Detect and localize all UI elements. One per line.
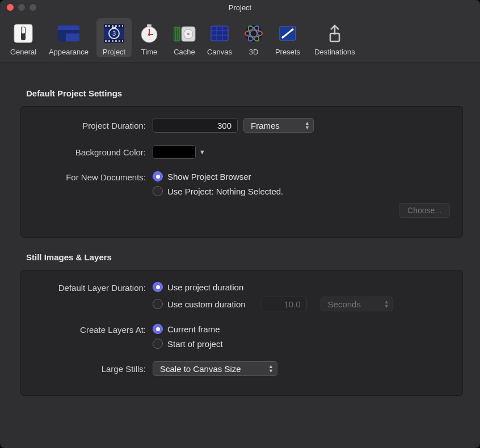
tab-label: Project [103,48,125,56]
tab-label: Presets [275,48,300,56]
window-controls [7,4,36,11]
updown-icon: ▲▼ [305,121,310,130]
destinations-icon [322,20,348,47]
project-duration-label: Project Duration: [33,121,153,130]
svg-rect-23 [112,27,116,28]
create-at-radio-start[interactable]: Start of project [153,339,223,349]
svg-rect-13 [119,25,120,27]
custom-duration-unit-select[interactable]: Seconds ▲▼ [321,297,393,311]
updown-icon: ▲▼ [268,364,273,373]
layer-duration-radio-custom[interactable]: Use custom duration Seconds ▲▼ [153,297,393,311]
newdocs-label: For New Documents: [33,171,153,182]
radio-icon [153,339,163,349]
newdocs-radio-show-browser[interactable]: Show Project Browser [153,171,283,181]
svg-rect-33 [178,28,179,40]
svg-rect-31 [174,28,175,40]
svg-rect-19 [119,40,120,42]
layer-duration-label: Default Layer Duration: [33,282,153,293]
svg-rect-10 [108,25,110,27]
large-stills-label: Large Stills: [33,364,153,374]
radio-label: Use project duration [167,282,243,292]
radio-label: Use custom duration [167,299,246,309]
section-title-stills: Still Images & Layers [26,252,463,262]
newdocs-radio-use-project[interactable]: Use Project: Nothing Selected. [153,186,283,196]
tab-destinations[interactable]: Destinations [305,18,364,57]
radio-label: Show Project Browser [167,172,251,181]
svg-rect-20 [122,40,123,42]
chevron-down-icon[interactable]: ▼ [199,149,205,155]
create-at-radio-current[interactable]: Current frame [153,324,223,334]
bgcolor-well[interactable] [153,145,196,159]
tab-appearance[interactable]: Appearance [41,18,96,57]
create-layers-at-label: Create Layers At: [33,324,153,335]
svg-point-36 [187,33,190,35]
tab-cache[interactable]: Cache [167,18,202,57]
section-title-default-project: Default Project Settings [26,88,463,98]
time-icon [136,20,162,47]
svg-rect-9 [105,25,107,27]
project-duration-field[interactable] [153,118,238,133]
custom-duration-field[interactable] [262,297,307,311]
svg-rect-50 [330,33,339,41]
svg-rect-26 [149,27,150,28]
svg-rect-14 [122,25,123,27]
project-icon: 3 [101,20,127,47]
select-value: Seconds [328,299,361,309]
svg-rect-17 [112,40,113,42]
project-duration-unit-select[interactable]: Frames ▲▼ [243,118,314,133]
close-window-button[interactable] [7,4,14,11]
radio-label: Start of project [167,339,223,349]
tab-label: Cache [174,48,195,56]
svg-text:3: 3 [112,30,116,37]
svg-rect-37 [211,26,228,41]
canvas-icon [207,20,233,47]
select-value: Scale to Canvas Size [160,364,241,374]
tab-label: Destinations [314,48,355,56]
tab-general[interactable]: General [6,18,41,57]
tab-label: Time [141,48,157,56]
3d-icon [241,20,267,47]
titlebar: Project [0,0,480,15]
tab-project[interactable]: 3 Project [96,18,132,57]
zoom-window-button[interactable] [30,4,36,11]
radio-icon [153,186,163,196]
toolbar: General Appearance 3 Pro [0,15,480,62]
tab-presets[interactable]: Presets [270,18,305,57]
tab-canvas[interactable]: Canvas [202,18,237,57]
tab-time[interactable]: Time [132,18,167,57]
radio-label: Use Project: Nothing Selected. [167,187,283,196]
svg-rect-32 [176,28,177,40]
presets-icon [275,20,301,47]
minimize-window-button[interactable] [18,4,25,11]
preferences-window: Project General Appearance [0,0,480,448]
svg-rect-15 [105,40,107,42]
tab-3d[interactable]: 3D [237,18,270,57]
svg-rect-18 [115,40,117,42]
svg-rect-5 [66,33,79,41]
updown-icon: ▲▼ [384,299,389,308]
svg-rect-8 [104,39,124,43]
tab-label: Appearance [49,48,89,56]
panel-stills: Default Layer Duration: Use project dura… [20,270,463,396]
radio-icon [153,324,163,334]
button-label: Choose... [407,206,441,215]
cache-icon [171,20,197,47]
tab-label: Canvas [207,48,232,56]
radio-icon [153,282,163,292]
large-stills-select[interactable]: Scale to Canvas Size ▲▼ [153,361,277,376]
radio-icon [153,171,163,181]
radio-label: Current frame [167,324,220,334]
appearance-icon [56,20,82,47]
svg-point-29 [148,33,150,36]
content-area: Default Project Settings Project Duratio… [0,62,480,407]
svg-rect-4 [58,26,79,30]
panel-default-project: Project Duration: Frames ▲▼ Background C… [20,106,463,238]
choose-button[interactable]: Choose... [399,203,450,218]
tab-label: 3D [249,48,259,56]
window-title: Project [0,3,480,12]
svg-rect-25 [147,24,151,27]
layer-duration-radio-project[interactable]: Use project duration [153,282,393,292]
svg-rect-2 [22,27,25,33]
bgcolor-label: Background Color: [33,147,153,157]
svg-rect-16 [108,40,110,42]
